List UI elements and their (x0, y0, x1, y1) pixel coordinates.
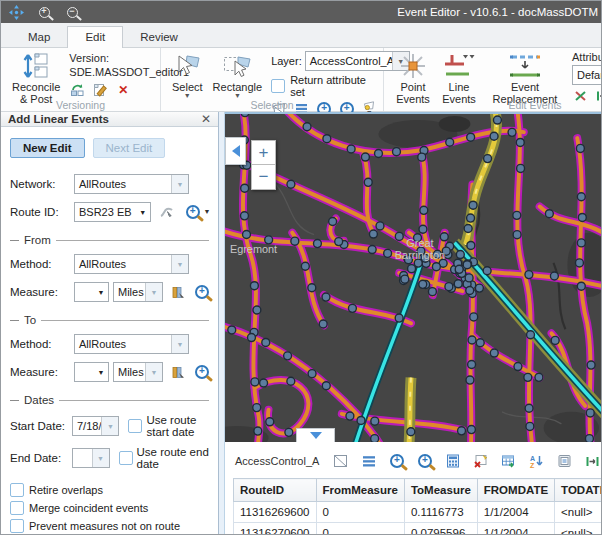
select-route-icon[interactable] (159, 205, 174, 220)
pan-to-selected-icon[interactable]: + (416, 453, 433, 469)
point-events-icon (398, 51, 428, 81)
table-cell: <null> (555, 523, 601, 535)
tab-review[interactable]: Review (123, 27, 195, 47)
point-events-button[interactable]: Point Events (390, 51, 436, 105)
tab-map[interactable]: Map (11, 27, 67, 47)
ribbon: Reconcile & Post Version: SDE.MASSDOT_ed… (1, 48, 601, 112)
rectangle-select-icon (223, 51, 251, 81)
field-calculator-icon[interactable] (444, 453, 461, 469)
map-image[interactable]: Egremont Great Barrington (225, 114, 601, 442)
merge-coincident-events-checkbox[interactable] (10, 501, 24, 515)
event-editor-window: + − Event Editor - v10.6.1 - docMassDOTM… (0, 0, 602, 535)
end-date-combo[interactable]: ▼ (72, 448, 110, 468)
clear-selection-icon[interactable] (472, 453, 489, 469)
svg-text:Great: Great (406, 237, 433, 249)
attribute-table: RouteIDFromMeasureToMeasureFROMDATETODAT… (233, 478, 601, 535)
table-layer-name: AccessControl_A (235, 455, 319, 467)
map-label-egremont: Egremont (230, 243, 277, 255)
group-versioning: Reconcile & Post Version: SDE.MASSDOT_ed… (1, 48, 161, 111)
select-icon (174, 51, 201, 81)
add-linear-events-panel: Add Linear Events ✕ New Edit Next Edit N… (1, 112, 219, 535)
column-header[interactable]: ToMeasure (404, 479, 477, 502)
prevent-measures-checkbox[interactable] (10, 519, 24, 533)
table-cell: 0.0795596 (404, 523, 477, 535)
ribbon-tabs: Map Edit Review (1, 23, 601, 48)
delete-version-icon[interactable]: ✕ (115, 82, 131, 97)
pan-icon[interactable] (7, 3, 25, 21)
from-method-combo[interactable]: AllRoutes ▼ (74, 254, 189, 274)
map-canvas[interactable]: Egremont Great Barrington + − (225, 112, 601, 442)
svg-text:Barrington: Barrington (395, 249, 445, 261)
zoom-out-icon[interactable]: − (63, 3, 81, 21)
network-combo[interactable]: AllRoutes ▼ (74, 174, 189, 194)
dates-section-legend: Dates (10, 394, 209, 406)
title-bar: + − Event Editor - v10.6.1 - docMassDOTM (1, 1, 601, 23)
attribute-set-label: Attribute Set: (572, 51, 602, 63)
table-list-icon[interactable] (360, 453, 377, 469)
new-edit-button[interactable]: New Edit (10, 138, 85, 158)
table-row[interactable]: 1131627060000.07955961/1/2004<null>N (234, 523, 602, 535)
table-cell: 11316269600 (234, 502, 317, 523)
start-date-combo[interactable]: 7/18/ ▼ (72, 416, 119, 436)
table-row[interactable]: 1131626960000.11167731/1/2004<null>N (234, 502, 602, 523)
from-unit-combo[interactable]: Miles ▼ (113, 282, 163, 302)
column-header[interactable]: TODATE (555, 479, 601, 502)
data-review-icon[interactable] (556, 453, 573, 469)
reconcile-post-button[interactable]: Reconcile & Post (7, 51, 65, 105)
column-header[interactable]: FROMDATE (477, 479, 554, 502)
zoom-in-icon[interactable]: + (35, 3, 53, 21)
from-zoom-icon[interactable]: + (195, 285, 209, 300)
to-zoom-icon[interactable]: + (195, 365, 209, 380)
svg-text:Z: Z (530, 462, 535, 469)
append-rows-icon[interactable] (500, 453, 517, 469)
retire-overlaps-checkbox[interactable] (10, 483, 24, 497)
event-replacement-icon (507, 51, 543, 81)
from-measure-combo[interactable]: ▼ (74, 282, 109, 302)
collapse-table-button[interactable] (296, 428, 335, 442)
to-measure-picker-icon[interactable] (171, 365, 185, 380)
collapse-down-icon (310, 432, 322, 439)
select-button[interactable]: Select ▼ (167, 51, 208, 99)
route-id-label: Route ID: (10, 206, 70, 218)
column-header[interactable]: RouteID (234, 479, 317, 502)
line-events-icon (443, 51, 475, 81)
route-id-combo[interactable]: BSR23 EB ▼ (74, 202, 151, 222)
attribute-set-combo[interactable]: Default ▼ (572, 65, 602, 85)
column-header[interactable]: FromMeasure (316, 479, 404, 502)
collapse-panel-button[interactable] (225, 137, 246, 165)
table-cell: <null> (555, 502, 601, 523)
return-attribute-set-checkbox[interactable] (271, 79, 285, 93)
next-edit-button[interactable]: Next Edit (93, 138, 166, 158)
tab-edit[interactable]: Edit (67, 26, 123, 48)
from-measure-picker-icon[interactable] (171, 285, 185, 300)
svg-text:A: A (530, 455, 535, 462)
use-route-start-date-checkbox[interactable] (128, 419, 142, 433)
collapse-left-icon (232, 145, 240, 157)
to-method-combo[interactable]: AllRoutes ▼ (74, 334, 189, 354)
table-cell: 1/1/2004 (477, 523, 554, 535)
sort-icon[interactable]: AZ (528, 453, 545, 469)
to-unit-combo[interactable]: Miles ▼ (113, 362, 163, 382)
window-title: Event Editor - v10.6.1 - docMassDOTM (397, 6, 598, 18)
event-replacement-button[interactable]: Event Replacement (482, 51, 568, 105)
zoom-route-dropdown-caret[interactable]: ▼ (204, 209, 211, 215)
close-panel-icon[interactable]: ✕ (201, 112, 211, 126)
select-by-geometry-icon[interactable] (332, 453, 349, 469)
to-measure-combo[interactable]: ▼ (74, 362, 109, 382)
measure-range-icon[interactable] (584, 453, 601, 469)
map-zoom-out-button[interactable]: − (251, 165, 276, 190)
use-route-end-date-checkbox[interactable] (119, 451, 133, 465)
attribute-table-body: 1131626960000.11167731/1/2004<null>N1131… (234, 502, 602, 535)
group-selection: Select ▼ Rectangle ▼ Layer: AccessContro… (161, 48, 384, 111)
to-section-legend: To (10, 314, 209, 326)
table-toolbar: AccessControl_A + + AZ (231, 446, 601, 478)
map-zoom-in-button[interactable]: + (251, 140, 276, 165)
new-version-icon[interactable] (92, 82, 108, 97)
attribute-table-panel: AccessControl_A + + AZ (225, 442, 601, 535)
layer-label: Layer: (271, 55, 302, 67)
zoom-to-route-icon[interactable]: + (186, 205, 200, 220)
reconcile-icon[interactable] (69, 82, 85, 97)
line-events-button[interactable]: Line Events (436, 51, 482, 105)
rectangle-button[interactable]: Rectangle ▼ (208, 51, 268, 99)
zoom-to-selected-icon[interactable]: + (388, 453, 405, 469)
